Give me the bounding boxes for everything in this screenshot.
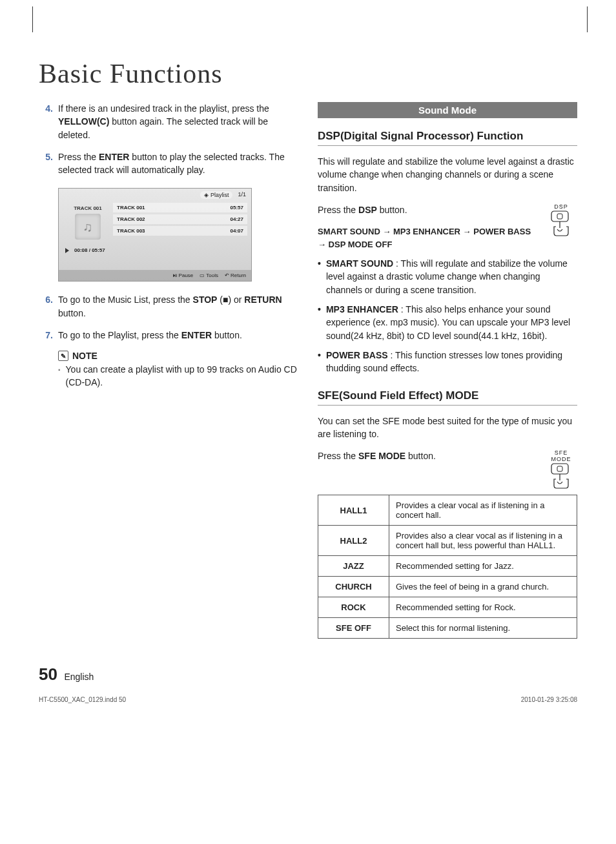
sound-mode-bar: Sound Mode [318, 102, 577, 118]
press-sfe-line: Press the SFE MODE button. [318, 449, 577, 462]
sfe-mode-table: HALL1Provides a clear vocal as if listen… [318, 495, 577, 639]
page-number: 50 [39, 664, 57, 684]
sfe-mode-desc: Recommended setting for Rock. [389, 597, 577, 618]
table-row: CHURCHGives the feel of being in a grand… [318, 577, 577, 597]
progress-time: 00:08 / 05:57 [74, 247, 105, 253]
table-row: JAZZRecommended setting for Jazz. [318, 556, 577, 577]
page-language: English [64, 672, 94, 682]
tools-hint: ▭ Tools [200, 273, 218, 278]
return-hint: ↶ Return [225, 273, 246, 278]
step-body: To go to the Playlist, press the ENTER b… [58, 329, 298, 342]
page-footer: 50 English [39, 664, 577, 684]
table-row: HALL2Provides also a clear vocal as if l… [318, 526, 577, 556]
step-body: If there is an undesired track in the pl… [58, 102, 298, 141]
crop-marks [32, 6, 588, 32]
table-row: SFE OFFSelect this for normal listening. [318, 618, 577, 639]
dsp-mode-flow: SMART SOUND → MP3 ENHANCER → POWER BASS … [318, 225, 577, 251]
press-dsp-line: Press the DSP button. [318, 203, 577, 216]
press-button-icon [548, 210, 575, 240]
sfe-mode-name: CHURCH [318, 577, 389, 597]
sfe-mode-name: ROCK [318, 597, 389, 618]
step-number: 7. [39, 329, 58, 342]
playlist-screenshot: ◈ Playlist 1/1 TRACK 001 ♫ TRACK 00105:5… [58, 188, 252, 282]
doc-date: 2010-01-29 3:25:08 [521, 696, 577, 703]
press-button-icon [548, 462, 575, 492]
document-metadata: HT-C5500_XAC_0129.indd 50 2010-01-29 3:2… [39, 696, 577, 703]
pencil-icon: ✎ [58, 351, 68, 361]
right-column: Sound Mode DSP(Digital Signal Processor)… [318, 102, 577, 639]
music-note-icon: ♫ [75, 214, 101, 240]
step-body: Press the ENTER button to play the selec… [58, 150, 298, 177]
step-body: To go to the Music List, press the STOP … [58, 293, 298, 320]
note-item: You can create a playlist with up to 99 … [58, 364, 298, 389]
dsp-bullet: POWER BASS : This function stresses low … [318, 349, 577, 375]
sfe-button-label: SFE MODE [545, 449, 577, 462]
sfe-mode-name: HALL1 [318, 495, 389, 526]
svg-rect-2 [551, 464, 568, 474]
doc-file: HT-C5500_XAC_0129.indd 50 [39, 696, 126, 703]
svg-rect-0 [551, 211, 568, 221]
track-row: TRACK 00204:27 [113, 214, 247, 224]
sfe-mode-name: JAZZ [318, 556, 389, 577]
sfe-mode-desc: Select this for normal listening. [389, 618, 577, 639]
sfe-mode-name: SFE OFF [318, 618, 389, 639]
pause-hint: ⏯ Pause [172, 273, 194, 278]
note-heading: ✎ NOTE [58, 351, 298, 361]
sfe-mode-desc: Gives the feel of being in a grand churc… [389, 577, 577, 597]
svg-rect-1 [557, 214, 562, 219]
track-list: TRACK 00105:57TRACK 00204:27TRACK 00304:… [113, 203, 247, 242]
now-playing-caption: TRACK 001 [74, 205, 102, 211]
step-number: 4. [39, 102, 58, 141]
step-list-continued: 6.To go to the Music List, press the STO… [39, 293, 298, 342]
dsp-bullet-list: SMART SOUND : This will regulate and sta… [318, 257, 577, 375]
dsp-heading: DSP(Digital Signal Processor) Function [318, 130, 577, 146]
sfe-button-figure: SFE MODE [545, 449, 577, 495]
dsp-bullet: SMART SOUND : This will regulate and sta… [318, 257, 577, 296]
play-icon [65, 248, 69, 253]
table-row: ROCKRecommended setting for Rock. [318, 597, 577, 618]
sfe-mode-desc: Provides also a clear vocal as if listen… [389, 526, 577, 556]
step-list: 4.If there is an undesired track in the … [39, 102, 298, 176]
screenshot-header: ◈ Playlist 1/1 [59, 189, 251, 201]
now-playing-panel: TRACK 001 ♫ [63, 203, 113, 242]
svg-rect-3 [557, 466, 562, 471]
playlist-label: ◈ Playlist [200, 191, 232, 199]
sfe-mode-desc: Provides a clear vocal as if listening i… [389, 495, 577, 526]
sfe-mode-name: HALL2 [318, 526, 389, 556]
page-title: Basic Functions [39, 58, 577, 89]
playlist-label-text: Playlist [210, 192, 229, 198]
progress-bar: 00:08 / 05:57 [59, 243, 251, 257]
left-column: 4.If there is an undesired track in the … [39, 102, 298, 639]
dsp-bullet: MP3 ENHANCER : This also helps enhance y… [318, 303, 577, 342]
step-number: 6. [39, 293, 58, 320]
note-list: You can create a playlist with up to 99 … [58, 364, 298, 389]
sfe-mode-desc: Recommended setting for Jazz. [389, 556, 577, 577]
step-number: 5. [39, 150, 58, 177]
two-column-layout: 4.If there is an undesired track in the … [39, 102, 577, 639]
page-indicator: 1/1 [238, 191, 246, 199]
track-row: TRACK 00304:07 [113, 226, 247, 236]
table-row: HALL1Provides a clear vocal as if listen… [318, 495, 577, 526]
sfe-heading: SFE(Sound Field Effect) MODE [318, 389, 577, 406]
dsp-button-label: DSP [545, 203, 577, 210]
dsp-button-figure: DSP [545, 203, 577, 242]
note-label: NOTE [72, 351, 98, 361]
track-row: TRACK 00105:57 [113, 203, 247, 212]
sfe-intro: You can set the SFE mode best suited for… [318, 415, 577, 441]
screenshot-footer: ⏯ Pause ▭ Tools ↶ Return [59, 270, 251, 281]
dsp-intro: This will regulate and stabilize the vol… [318, 155, 577, 194]
